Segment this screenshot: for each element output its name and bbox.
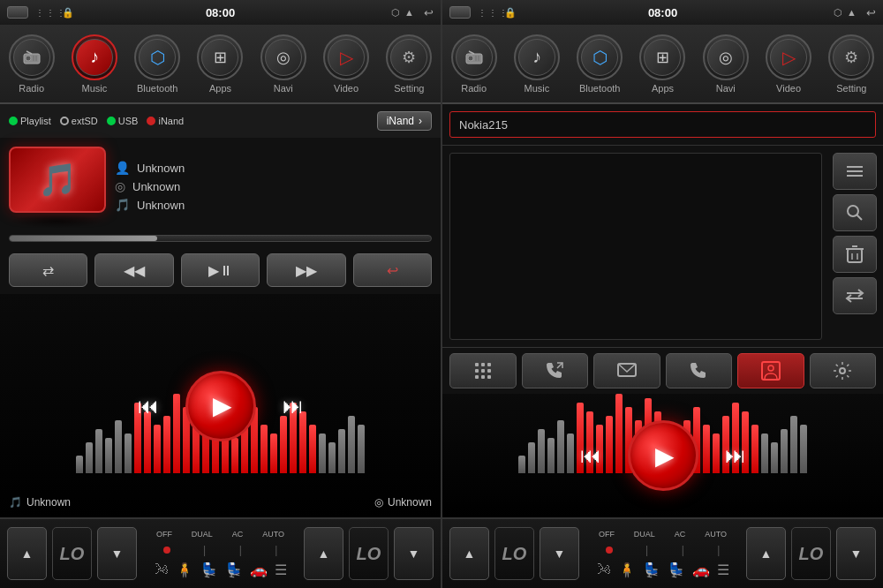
seat-heat-icon[interactable]: 💺 — [200, 562, 218, 578]
climate-indicator — [163, 547, 170, 554]
phone-bottom-bar — [442, 347, 883, 394]
right-radio-label: Radio — [461, 83, 487, 94]
playback-controls: ⇄ ◀◀ ▶⏸ ▶▶ ↩ — [0, 246, 441, 294]
eq-bar — [348, 416, 355, 473]
right-defrost-icon[interactable]: 🌬 — [597, 562, 611, 577]
play-pause-button[interactable]: ▶⏸ — [181, 253, 260, 287]
phone-contacts-button[interactable] — [737, 353, 804, 388]
right-navi-label: Navi — [716, 83, 736, 94]
album-icon: ◎ — [115, 179, 125, 193]
left-nav-bar: Radio ♪ Music ⬡ Bluetooth ⊞ — [0, 25, 441, 104]
repeat-button[interactable]: ↩ — [353, 253, 432, 287]
defrost-front-icon[interactable]: 🌬 — [155, 562, 169, 577]
track-1-name: Unknown — [137, 162, 185, 175]
track-info-left: 🎵 Unknown — [9, 496, 71, 509]
right-temp-left-up-button[interactable]: ▲ — [449, 527, 489, 580]
right-seat-heat-icon[interactable]: 💺 — [643, 562, 660, 578]
prev-track-button[interactable]: ⏮ — [138, 394, 159, 418]
eq-bar — [518, 456, 525, 473]
temp-right-down-button[interactable]: ▼ — [394, 527, 434, 580]
car-icon[interactable]: 🚗 — [250, 562, 268, 578]
right-lock-icon: 🔒 — [504, 7, 517, 19]
right-climate-indicator — [606, 547, 613, 554]
right-temp-right-down-button[interactable]: ▼ — [836, 527, 876, 580]
right-temp-left-down-button[interactable]: ▼ — [540, 527, 579, 580]
eq-bar — [338, 429, 345, 473]
contacts-list-button[interactable] — [833, 153, 877, 190]
svg-rect-25 — [475, 369, 479, 373]
track-item-2[interactable]: ◎ Unknown — [115, 179, 432, 193]
eq-bar — [358, 425, 365, 473]
nav-item-radio[interactable]: Radio — [9, 34, 55, 94]
main-play-button[interactable] — [185, 371, 256, 441]
right-nav-item-radio[interactable]: Radio — [451, 34, 497, 94]
temp-right-up-button[interactable]: ▲ — [304, 527, 343, 580]
eq-bar — [557, 420, 564, 473]
shuffle-button[interactable]: ⇄ — [9, 253, 87, 287]
transfer-button[interactable] — [833, 277, 877, 314]
temp-left-down-button[interactable]: ▼ — [97, 527, 137, 580]
right-prev-button[interactable]: ⏮ — [580, 443, 601, 468]
right-back-arrow-icon[interactable]: ↩ — [866, 6, 876, 19]
down-arrow-icon: ▼ — [111, 547, 124, 561]
right-setting-label: Setting — [836, 83, 866, 94]
ac-label: AC — [232, 530, 244, 539]
source-selector-button[interactable]: iNand › — [377, 111, 432, 131]
right-nav-item-apps[interactable]: ⊞ Apps — [639, 34, 685, 94]
nav-item-apps[interactable]: ⊞ Apps — [197, 34, 243, 94]
right-down-arrow-icon: ▼ — [554, 547, 566, 561]
playlist-dot — [9, 117, 18, 125]
right-temp-right-up-button[interactable]: ▲ — [746, 527, 786, 580]
right-vent-icon[interactable]: ☰ — [717, 562, 729, 578]
right-next-button[interactable]: ⏭ — [725, 443, 746, 468]
back-arrow-icon[interactable]: ↩ — [424, 6, 434, 19]
previous-button[interactable]: ◀◀ — [94, 253, 173, 287]
window-button[interactable] — [7, 6, 28, 19]
nav-item-video[interactable]: ▷ Video — [323, 34, 369, 94]
temp-left-up-button[interactable]: ▲ — [7, 527, 47, 580]
search-contacts-button[interactable] — [833, 194, 877, 231]
playlist-option[interactable]: Playlist — [9, 116, 51, 126]
right-nav-item-navi[interactable]: ◎ Navi — [703, 34, 749, 94]
music-icon: ♪ — [72, 34, 117, 80]
messages-button[interactable] — [593, 353, 660, 388]
next-track-button[interactable]: ⏭ — [283, 394, 304, 418]
right-seat-heat2-icon[interactable]: 💺 — [668, 562, 685, 578]
right-window-button[interactable] — [449, 6, 471, 19]
seat-heat2-icon[interactable]: 💺 — [225, 562, 243, 578]
extsd-dot — [60, 117, 69, 125]
down-arrow-right-icon: ▼ — [408, 547, 420, 561]
right-panel: ⋮⋮⋮ 🔒 ⬡ ▲ 08:00 ↩ Radio — [442, 0, 883, 588]
nav-item-setting[interactable]: ⚙ Setting — [386, 34, 432, 94]
right-nav-item-music[interactable]: ♪ Music — [514, 34, 560, 94]
right-nav-item-video[interactable]: ▷ Video — [766, 34, 811, 94]
person-icon[interactable]: 🧍 — [176, 562, 193, 578]
phone-settings-button[interactable] — [810, 353, 877, 388]
right-nav-item-setting[interactable]: ⚙ Setting — [828, 34, 874, 94]
usb-dot — [107, 117, 116, 125]
phone-book-button[interactable] — [666, 353, 733, 388]
right-wifi-icon: ▲ — [847, 7, 857, 18]
extsd-option[interactable]: extSD — [60, 116, 98, 126]
delete-button[interactable] — [833, 236, 877, 273]
nav-item-music[interactable]: ♪ Music — [72, 34, 117, 94]
right-person-icon[interactable]: 🧍 — [618, 562, 636, 578]
setting-icon: ⚙ — [386, 34, 432, 80]
usb-option[interactable]: USB — [107, 116, 139, 126]
progress-bar-background[interactable] — [9, 235, 432, 242]
nav-item-bluetooth[interactable]: ⬡ Bluetooth — [134, 34, 180, 94]
inand-option[interactable]: iNand — [147, 116, 184, 126]
nav-item-navi[interactable]: ◎ Navi — [260, 34, 306, 94]
track-item-1[interactable]: 👤 Unknown — [115, 161, 432, 175]
eq-bar — [567, 433, 574, 473]
right-nav-item-bluetooth[interactable]: ⬡ Bluetooth — [577, 34, 623, 94]
next-button[interactable]: ▶▶ — [267, 253, 345, 287]
right-apps-icon: ⊞ — [639, 34, 685, 80]
dialpad-button[interactable] — [449, 353, 517, 388]
right-main-play-button[interactable] — [628, 420, 698, 491]
track-item-3[interactable]: 🎵 Unknown — [115, 198, 432, 212]
right-car-icon[interactable]: 🚗 — [692, 562, 710, 578]
call-button[interactable] — [522, 353, 589, 388]
eq-bar — [528, 442, 535, 473]
vent-icon[interactable]: ☰ — [275, 562, 287, 578]
